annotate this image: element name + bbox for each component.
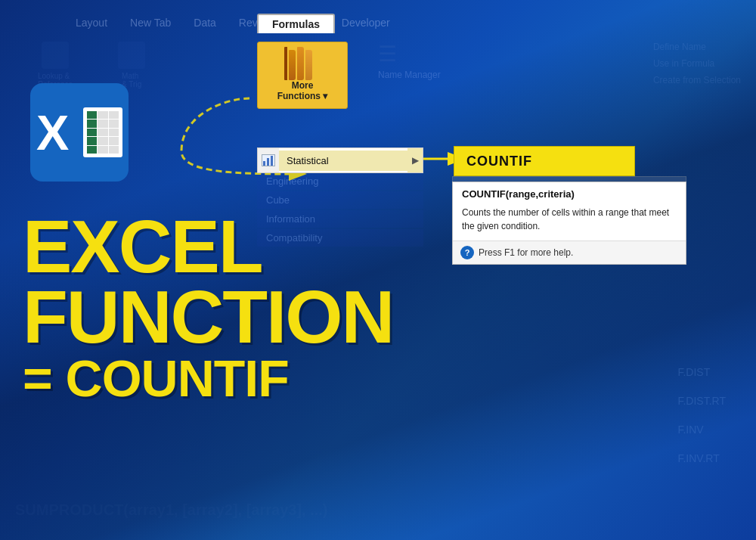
chart-icon — [262, 154, 275, 166]
create-from-selection-label: Create from Selection — [653, 75, 741, 85]
finv-rt-item: F.INV.RT — [677, 452, 726, 464]
countif-label: COUNTIF — [466, 154, 532, 169]
book-spine — [284, 47, 287, 80]
statistical-menu-item[interactable]: Statistical ▶ — [257, 147, 423, 173]
cell-list-background: F.DIST F.DIST.RT F.INV F.INV.RT — [677, 366, 726, 464]
statistical-icon — [258, 148, 279, 172]
name-manager-label: ☰ Name Manager — [378, 42, 441, 80]
tab-developer: Developer — [342, 17, 390, 29]
ribbon-tabs-background: Layout New Tab Data Review View Develope… — [0, 11, 756, 34]
fdist-item: F.DIST — [677, 366, 726, 378]
svg-rect-2 — [271, 156, 273, 166]
svg-rect-0 — [263, 161, 265, 166]
formula-bar-text: SUMPRODUCT(array1, [array2], [array3], .… — [15, 501, 327, 519]
help-text: Press F1 for more help. — [479, 247, 573, 258]
ribbon-icons-background: Lookup &Reference Math& Trig — [38, 42, 145, 88]
information-item: Information — [257, 210, 423, 228]
engineering-item: Engineering — [257, 172, 423, 190]
statistical-text: Statistical — [287, 155, 329, 166]
tab-newtab: New Tab — [130, 17, 171, 29]
more-menu-background: Engineering Cube Information Compatibili… — [257, 172, 423, 247]
bg-icon-1: Lookup &Reference — [38, 42, 73, 88]
tab-layout: Layout — [76, 17, 107, 29]
tooltip-footer: ? Press F1 for more help. — [453, 241, 686, 264]
countif-tooltip: COUNTIF(range,criteria) Counts the numbe… — [452, 182, 686, 265]
countif-menu-item[interactable]: COUNTIF — [454, 146, 635, 176]
statistical-submenu-arrow: ▶ — [407, 148, 423, 172]
tab-data: Data — [194, 17, 216, 29]
book-page-2 — [297, 47, 304, 80]
cube-item: Cube — [257, 191, 423, 209]
formulas-tab[interactable]: Formulas — [257, 14, 335, 33]
book-stack-icon — [284, 47, 321, 80]
define-name-label: Define Name — [653, 42, 741, 52]
bg-icon-2: Math& Trig — [118, 42, 145, 88]
title-function: FUNCTION — [23, 282, 393, 352]
ribbon-right-items: Define Name Use in Formula Create from S… — [653, 42, 741, 85]
more-functions-label: MoreFunctions ▾ — [277, 80, 328, 102]
more-functions-button[interactable]: MoreFunctions ▾ — [257, 42, 348, 109]
tooltip-description: Counts the number of cells within a rang… — [453, 203, 686, 241]
excel-logo-background: X — [30, 83, 129, 182]
excel-logo: X — [30, 83, 129, 182]
excel-x-letter: X — [36, 104, 69, 161]
title-countif: = COUNTIF — [23, 352, 393, 404]
book-page-3 — [305, 50, 312, 80]
formula-bar-background: SUMPRODUCT(array1, [array2], [array3], .… — [0, 479, 756, 540]
tooltip-signature: COUNTIF(range,criteria) — [453, 182, 686, 203]
statistical-label: Statistical — [279, 151, 407, 171]
help-icon: ? — [460, 246, 474, 259]
book-page-1 — [289, 50, 296, 80]
fdist-rt-item: F.DIST.RT — [677, 395, 726, 407]
compatibility-item: Compatibility — [257, 229, 423, 247]
use-in-formula-label: Use in Formula — [653, 58, 741, 69]
finv-item: F.INV — [677, 424, 726, 436]
svg-rect-1 — [267, 158, 269, 166]
